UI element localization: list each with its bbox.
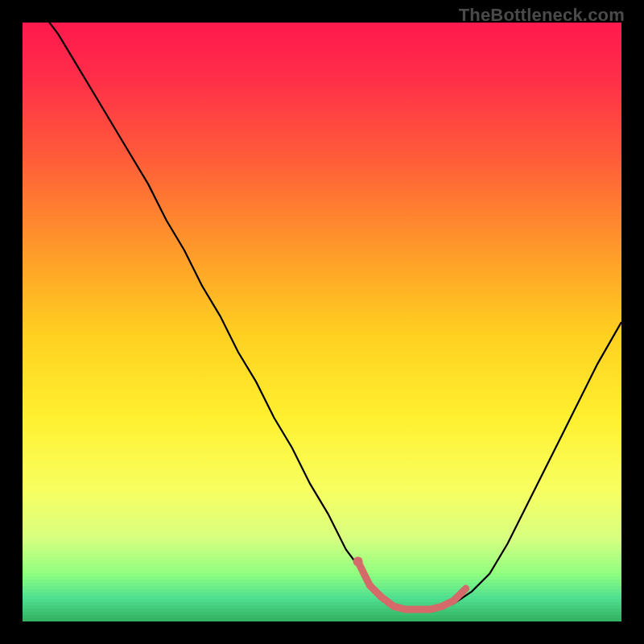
plot-area	[23, 23, 621, 621]
chart-container: TheBottleneck.com	[0, 0, 644, 644]
gradient-background	[23, 23, 621, 621]
watermark-text: TheBottleneck.com	[459, 5, 625, 26]
